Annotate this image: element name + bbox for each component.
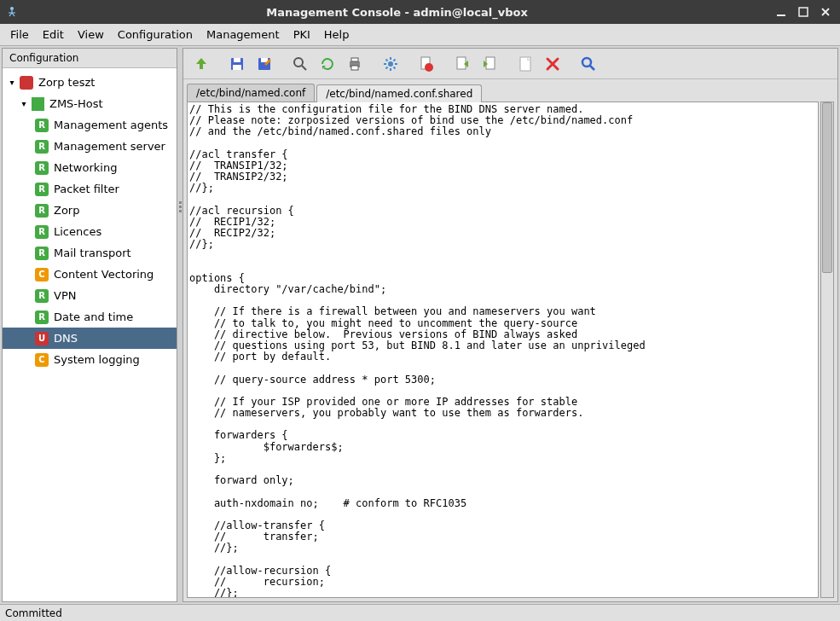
tree-host[interactable]: ▾ ZMS-Host	[3, 93, 177, 114]
tree-item-label: Management server	[54, 140, 165, 153]
gear-icon[interactable]	[378, 51, 403, 77]
svg-rect-16	[486, 57, 495, 69]
tree-item-dns[interactable]: UDNS	[3, 328, 177, 349]
svg-point-18	[582, 58, 591, 67]
tree-item-label: Date and time	[54, 310, 133, 323]
tree-item-date-and-time[interactable]: RDate and time	[3, 306, 177, 328]
tree-item-system-logging[interactable]: CSystem logging	[3, 349, 177, 370]
menu-view[interactable]: View	[71, 25, 111, 44]
item-badge-icon: R	[35, 310, 49, 324]
svg-point-14	[425, 63, 433, 72]
svg-rect-4	[234, 58, 240, 62]
tree-item-label: Mail transport	[54, 247, 131, 259]
toolbar	[183, 49, 837, 79]
app-icon	[5, 5, 19, 19]
tree-root-label: Zorp teszt	[38, 76, 95, 89]
maximize-button[interactable]	[794, 3, 813, 21]
tree-item-management-agents[interactable]: RManagement agents	[3, 114, 177, 136]
tree-item-packet-filter[interactable]: RPacket filter	[3, 178, 177, 200]
vertical-scrollbar[interactable]	[820, 102, 834, 598]
tree-item-networking[interactable]: RNetworking	[3, 157, 177, 178]
sidebar-header: Configuration	[3, 49, 177, 68]
new-doc-icon[interactable]	[513, 51, 538, 77]
svg-rect-5	[233, 65, 241, 70]
item-badge-icon: C	[35, 353, 49, 367]
tree-item-zorp[interactable]: RZorp	[3, 200, 177, 221]
tree-item-vpn[interactable]: RVPN	[3, 285, 177, 306]
tree-item-label: Packet filter	[54, 183, 119, 195]
menu-edit[interactable]: Edit	[36, 25, 71, 44]
doc-out-icon[interactable]	[449, 51, 475, 77]
item-badge-icon: R	[35, 183, 49, 196]
svg-point-0	[10, 7, 14, 10]
item-badge-icon: C	[35, 268, 49, 281]
svg-rect-11	[351, 66, 358, 70]
window-title: Management Console - admin@local_vbox	[26, 6, 768, 19]
svg-rect-1	[777, 15, 785, 16]
doc-red-icon[interactable]	[414, 51, 439, 77]
doc-in-icon[interactable]	[477, 51, 502, 77]
tree-item-label: System logging	[54, 353, 140, 366]
minimize-button[interactable]	[772, 3, 791, 21]
tree-item-management-server[interactable]: RManagement server	[3, 136, 177, 157]
sidebar: Configuration ▾ Zorp teszt ▾ ZMS-Host RM…	[2, 48, 177, 602]
chevron-down-icon[interactable]: ▾	[6, 77, 18, 89]
titlebar: Management Console - admin@local_vbox	[0, 0, 840, 24]
delete-icon[interactable]	[540, 51, 565, 77]
editor-content[interactable]: // This is the configuration file for th…	[188, 102, 818, 598]
scrollbar-thumb[interactable]	[822, 102, 832, 273]
menu-help[interactable]: Help	[317, 25, 356, 44]
item-badge-icon: R	[35, 204, 49, 218]
tree-item-content-vectoring[interactable]: CContent Vectoring	[3, 264, 177, 285]
svg-rect-2	[799, 8, 808, 16]
tree-host-label: ZMS-Host	[49, 97, 103, 110]
content-pane: /etc/bind/named.conf/etc/bind/named.conf…	[182, 48, 838, 602]
svg-rect-15	[457, 57, 466, 69]
item-badge-icon: R	[35, 225, 49, 239]
search-icon[interactable]	[576, 51, 601, 77]
save-icon[interactable]	[224, 51, 250, 77]
save-as-icon[interactable]	[252, 51, 277, 77]
editor[interactable]: // This is the configuration file for th…	[187, 102, 819, 598]
menu-management[interactable]: Management	[200, 25, 287, 44]
item-badge-icon: R	[35, 247, 49, 260]
tree-item-label: Zorp	[54, 204, 79, 217]
item-badge-icon: R	[35, 161, 49, 175]
item-badge-icon: R	[35, 140, 49, 154]
svg-point-8	[294, 58, 303, 67]
tree-root[interactable]: ▾ Zorp teszt	[3, 72, 177, 93]
tab-row: /etc/bind/named.conf/etc/bind/named.conf…	[183, 79, 837, 102]
tab-1[interactable]: /etc/bind/named.conf.shared	[316, 84, 482, 102]
menu-pki[interactable]: PKI	[287, 25, 317, 44]
menu-file[interactable]: File	[3, 25, 36, 44]
tab-0[interactable]: /etc/bind/named.conf	[187, 84, 315, 102]
menu-configuration[interactable]: Configuration	[111, 25, 200, 44]
svg-point-12	[388, 61, 393, 67]
item-badge-icon: R	[35, 119, 49, 132]
tree-item-label: DNS	[54, 332, 78, 345]
close-button[interactable]	[816, 3, 835, 21]
host-status-icon	[32, 97, 44, 111]
print-icon[interactable]	[342, 51, 368, 77]
item-badge-icon: U	[35, 332, 49, 345]
zoom-icon[interactable]	[287, 51, 313, 77]
config-tree: ▾ Zorp teszt ▾ ZMS-Host RManagement agen…	[3, 68, 177, 601]
tree-item-label: Licences	[54, 225, 101, 238]
menubar: File Edit View Configuration Management …	[0, 24, 840, 46]
reload-icon[interactable]	[315, 51, 340, 77]
statusbar: Committed	[0, 604, 840, 621]
tree-item-mail-transport[interactable]: RMail transport	[3, 242, 177, 264]
svg-rect-10	[351, 58, 358, 61]
item-badge-icon: R	[35, 289, 49, 303]
up-icon[interactable]	[188, 51, 214, 77]
tree-item-label: VPN	[54, 289, 76, 302]
tree-item-label: Content Vectoring	[54, 268, 154, 281]
chevron-down-icon[interactable]: ▾	[18, 98, 30, 110]
tree-item-label: Networking	[54, 161, 117, 174]
tree-item-licences[interactable]: RLicences	[3, 221, 177, 242]
status-text: Committed	[5, 607, 62, 619]
status-badge-red	[20, 76, 33, 90]
tree-item-label: Management agents	[54, 119, 168, 131]
